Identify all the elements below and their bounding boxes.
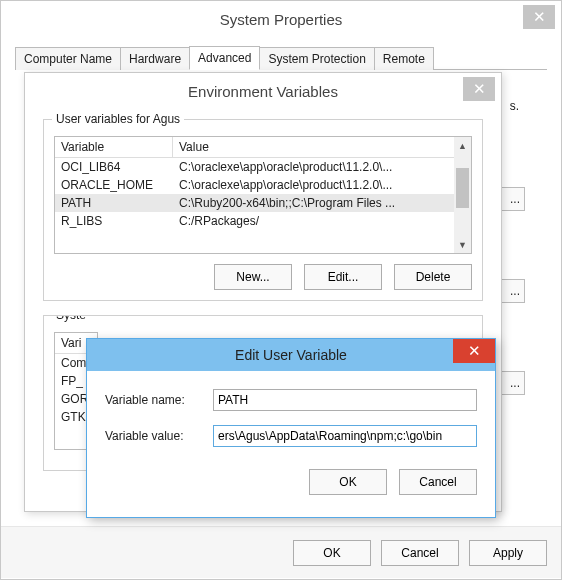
delete-button[interactable]: Delete [394,264,472,290]
envvar-title: Environment Variables [188,83,338,100]
sysprop-cancel-button[interactable]: Cancel [381,540,459,566]
scroll-up-icon[interactable]: ▲ [454,137,471,154]
editdlg-footer: OK Cancel [87,469,495,507]
system-variables-label: Syste [52,315,90,322]
edit-button[interactable]: Edit... [304,264,382,290]
sysprop-tabs: Computer Name Hardware Advanced System P… [15,45,547,70]
sysprop-footer: OK Cancel Apply [1,526,561,578]
header-value[interactable]: Value [173,137,471,157]
scrollbar[interactable]: ▲ ▼ [454,137,471,253]
sysprop-titlebar: System Properties ✕ [1,1,561,37]
close-icon: ✕ [473,80,486,98]
variable-value-row: Variable value: [105,425,477,447]
list-row[interactable]: ORACLE_HOME C:\oraclexe\app\oracle\produ… [55,176,471,194]
close-icon: ✕ [533,8,546,26]
scroll-thumb[interactable] [456,168,469,208]
sysprop-apply-button[interactable]: Apply [469,540,547,566]
sysprop-title: System Properties [220,11,343,28]
user-var-buttons: New... Edit... Delete [54,264,472,290]
scroll-down-icon[interactable]: ▼ [454,236,471,253]
list-row[interactable]: R_LIBS C:/RPackages/ [55,212,471,230]
tab-remote[interactable]: Remote [374,47,434,70]
editdlg-cancel-button[interactable]: Cancel [399,469,477,495]
envvar-titlebar: Environment Variables ✕ [25,73,501,109]
user-variables-group: User variables for Agus Variable Value O… [43,119,483,301]
variable-name-row: Variable name: [105,389,477,411]
edit-user-variable-dialog: Edit User Variable ✕ Variable name: Vari… [86,338,496,518]
new-button[interactable]: New... [214,264,292,290]
user-variables-label: User variables for Agus [52,112,184,126]
variable-value-input[interactable] [213,425,477,447]
tab-system-protection[interactable]: System Protection [259,47,374,70]
editdlg-body: Variable name: Variable value: [87,371,495,469]
list-row-selected[interactable]: PATH C:\Ruby200-x64\bin;;C:\Program File… [55,194,471,212]
scroll-track[interactable] [454,154,471,236]
editdlg-title: Edit User Variable [235,347,347,363]
tab-advanced[interactable]: Advanced [189,46,260,70]
close-icon: ✕ [468,342,481,360]
editdlg-titlebar: Edit User Variable ✕ [87,339,495,371]
user-variables-list[interactable]: Variable Value OCI_LIB64 C:\oraclexe\app… [54,136,472,254]
tab-hardware[interactable]: Hardware [120,47,190,70]
partial-text: s. [510,99,519,113]
list-row[interactable]: OCI_LIB64 C:\oraclexe\app\oracle\product… [55,158,471,176]
variable-value-label: Variable value: [105,429,213,443]
sysprop-ok-button[interactable]: OK [293,540,371,566]
editdlg-ok-button[interactable]: OK [309,469,387,495]
header-variable[interactable]: Variable [55,137,173,157]
variable-name-label: Variable name: [105,393,213,407]
envvar-close-button[interactable]: ✕ [463,77,495,101]
tab-computer-name[interactable]: Computer Name [15,47,121,70]
editdlg-close-button[interactable]: ✕ [453,339,495,363]
list-header: Variable Value [55,137,471,158]
variable-name-input[interactable] [213,389,477,411]
sysprop-close-button[interactable]: ✕ [523,5,555,29]
